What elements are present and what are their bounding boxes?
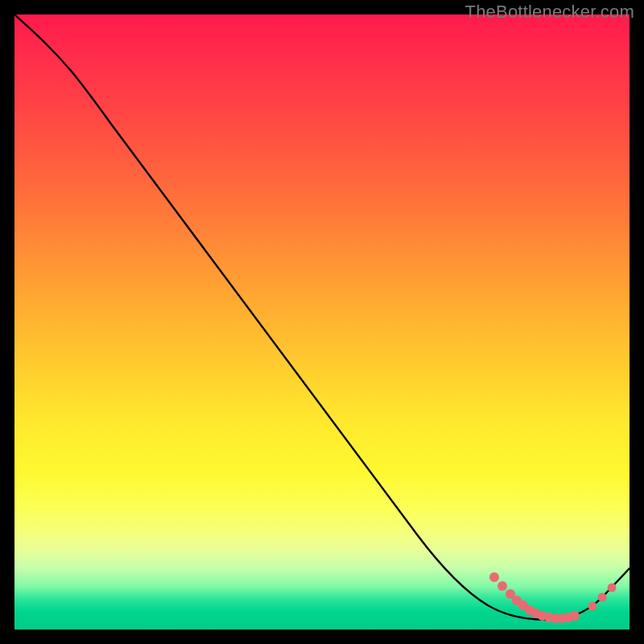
svg-point-12 — [570, 611, 580, 621]
plot-area — [14, 14, 630, 630]
marker-group — [489, 572, 617, 623]
svg-point-1 — [497, 581, 507, 591]
svg-point-15 — [608, 584, 617, 592]
bottleneck-curve-svg — [14, 14, 630, 630]
chart-frame: TheBottlenecker.com — [0, 0, 644, 644]
svg-point-0 — [489, 572, 499, 582]
svg-point-14 — [598, 593, 607, 602]
watermark-text: TheBottlenecker.com — [465, 2, 634, 23]
svg-point-13 — [588, 602, 597, 611]
bottleneck-curve-path — [14, 14, 630, 620]
